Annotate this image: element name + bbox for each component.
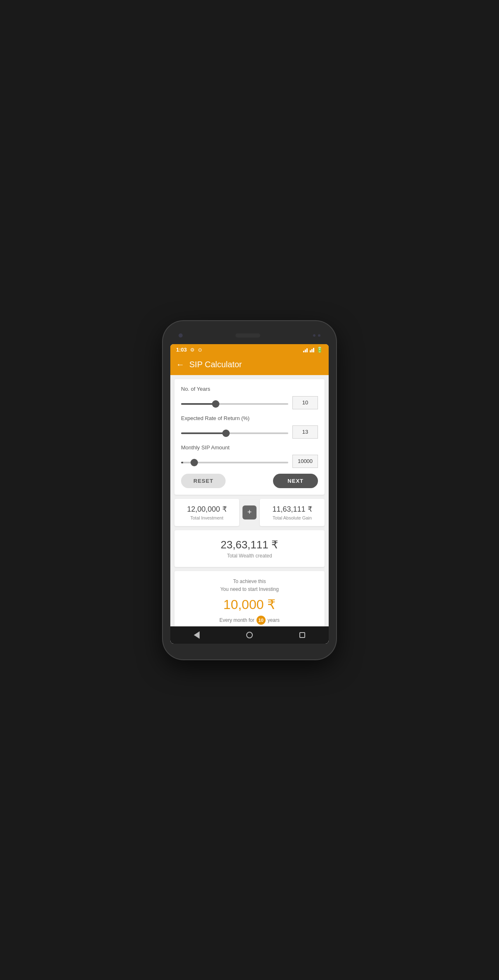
sensor-dot-1 [313,334,315,337]
refresh-icon: ⊙ [198,347,202,353]
rate-input[interactable] [293,429,318,435]
reset-button[interactable]: RESET [181,474,226,488]
results-row: 12,00,000 ₹ Total Investment + 11,63,111… [174,499,325,526]
achieve-card: To achieve this You need to start Invest… [174,571,325,626]
investment-label: Total Investment [180,515,233,520]
phone-top-bar [170,328,329,344]
rate-label: Expected Rate of Return (%) [181,415,318,421]
gain-label: Total Absolute Gain [266,515,319,520]
sip-label: Monthly SIP Amount [181,444,318,451]
years-slider[interactable] [181,403,288,405]
sip-input[interactable] [293,458,318,464]
wealth-card: 23,63,111 ₹ Total Wealth created [174,530,325,567]
nav-back-button[interactable] [191,629,202,641]
years-badge: 10 [257,616,266,625]
achieve-amount: 10,000 ₹ [181,597,318,612]
years-input[interactable] [293,399,318,406]
phone-speaker [235,333,260,338]
wifi-icon [303,347,308,352]
sip-slider-row [181,455,318,468]
years-label: No. of Years [181,386,318,392]
back-triangle-icon [194,631,200,639]
button-row: RESET NEXT [181,474,318,488]
status-icons: 🔋 [303,347,323,353]
years-slider-wrapper [181,399,288,406]
sip-value-box[interactable] [292,455,318,468]
phone-bottom-bar [170,644,329,652]
status-time: 1:03 [176,347,187,353]
phone-screen: 1:03 ⚙ ⊙ 🔋 ← SIP Calcula [170,344,329,644]
calculator-card: No. of Years Expected Rate of Return (%) [174,379,325,495]
sensor-dot-2 [318,334,320,337]
signal-icon [310,347,314,352]
rate-value-box[interactable] [292,425,318,439]
main-content: No. of Years Expected Rate of Return (%) [170,375,329,626]
rate-slider-wrapper [181,428,288,436]
battery-icon: 🔋 [316,347,323,353]
nav-recents-button[interactable] [297,629,308,641]
years-value-box[interactable] [292,396,318,409]
gain-amount: 11,63,111 ₹ [266,505,319,514]
achieve-footer-suffix: years [268,617,280,623]
wealth-label: Total Wealth created [183,553,316,559]
back-button[interactable]: ← [176,360,184,369]
app-header: ← SIP Calculator [170,356,329,375]
plus-icon: + [242,505,257,520]
header-title: SIP Calculator [189,360,242,369]
home-circle-icon [246,632,253,638]
achieve-footer-prefix: Every month for [219,617,254,623]
years-slider-row [181,396,318,409]
settings-icon: ⚙ [190,347,195,353]
bottom-nav [170,626,329,644]
recents-square-icon [299,632,305,638]
wealth-amount: 23,63,111 ₹ [183,538,316,551]
sip-slider-wrapper [181,458,288,465]
achieve-text: To achieve this You need to start Invest… [181,578,318,593]
front-camera [179,333,183,338]
gain-card: 11,63,111 ₹ Total Absolute Gain [260,499,325,526]
phone-device: 1:03 ⚙ ⊙ 🔋 ← SIP Calcula [163,321,336,659]
rate-slider[interactable] [181,432,288,434]
rate-slider-row [181,425,318,439]
sip-slider[interactable] [181,462,288,463]
nav-home-button[interactable] [244,629,255,641]
phone-sensors [313,334,320,337]
investment-amount: 12,00,000 ₹ [180,505,233,514]
status-bar: 1:03 ⚙ ⊙ 🔋 [170,344,329,356]
investment-card: 12,00,000 ₹ Total Investment [174,499,239,526]
achieve-footer: Every month for 10 years [181,616,318,625]
next-button[interactable]: NEXT [273,474,318,488]
